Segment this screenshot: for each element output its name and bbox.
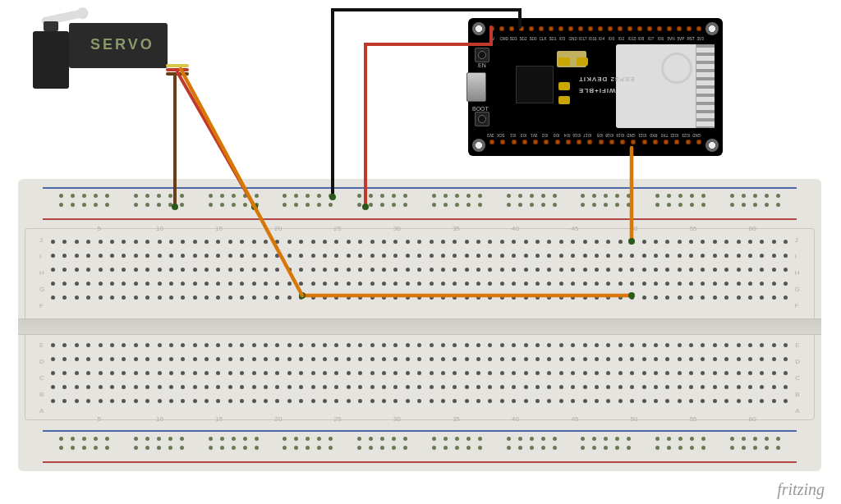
servo-motor: SERVO	[16, 7, 164, 97]
smd-component-icon	[558, 57, 570, 66]
servo-label: SERVO	[90, 36, 154, 53]
esp32-top-pin-labels: 5VCMDSD3SD2SD0CLKSD1IO5GNDIO17IO16IO4IO0…	[489, 36, 701, 41]
boot-button-label: BOOT	[472, 106, 489, 112]
power-rail-bottom	[43, 428, 797, 465]
mounting-hole-icon	[472, 139, 485, 152]
servo-mount-tab	[44, 21, 58, 31]
en-button-label: EN	[478, 62, 486, 68]
pcb-antenna-icon	[696, 44, 715, 128]
mounting-hole-icon	[472, 22, 485, 35]
smd-component-icon	[558, 82, 570, 90]
esp32-bottom-pin-row	[489, 140, 701, 148]
esp32-board: 5VCMDSD3SD2SD0CLKSD1IO5GNDIO17IO16IO4IO0…	[468, 18, 723, 156]
micro-usb-port-icon	[466, 72, 486, 102]
power-rail-top	[43, 186, 797, 222]
mounting-hole-icon	[705, 22, 719, 35]
mounting-hole-icon	[705, 139, 719, 152]
fritzing-credit: fritzing	[777, 480, 825, 499]
esp32-top-pin-row	[489, 26, 701, 34]
boot-button	[475, 112, 489, 126]
esp32-bottom-pin-labels: 3V3SCKIO1IO33V1IO2IO0IO4IO16IO17IO5IO18I…	[489, 133, 701, 138]
terminal-strip-top	[51, 236, 788, 309]
wiring-diagram: SERVO 5VCMDSD3SD2SD0CLKSD1IO5GNDIO17IO16…	[0, 0, 841, 504]
terminal-strip-bottom	[51, 340, 788, 412]
chip-icon	[516, 66, 554, 103]
servo-wire-outlet	[166, 64, 189, 76]
esp-wroom-module	[616, 44, 715, 128]
breadboard: 51015202530354045505560 5101520253035404…	[18, 179, 821, 471]
smd-component-icon	[577, 57, 588, 66]
center-groove	[18, 318, 821, 335]
board-subtitle-label: WIFI+BLE	[578, 87, 616, 94]
servo-body-left	[33, 31, 69, 89]
servo-ground-wire-stub	[166, 72, 189, 76]
servo-signal-wire-stub	[166, 64, 189, 67]
board-name-label: ESP32 DEVKIT	[578, 76, 634, 83]
servo-power-wire-stub	[166, 68, 189, 71]
en-button	[475, 48, 489, 62]
espressif-logo-icon	[661, 53, 692, 84]
smd-component-icon	[558, 96, 570, 104]
